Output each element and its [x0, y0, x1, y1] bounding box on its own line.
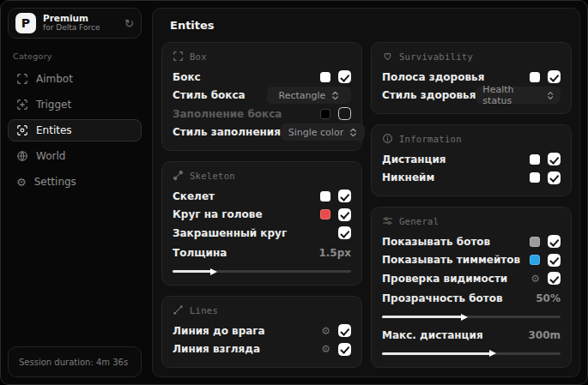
- checkbox-nickname[interactable]: [548, 171, 561, 184]
- color-swatch[interactable]: [530, 72, 540, 82]
- sidebar-item-entites[interactable]: Entites: [8, 119, 142, 141]
- card-lines: Lines Линия до врага ⚙ Линия взгляда ⚙: [161, 296, 362, 368]
- setting-row-box-style: Стиль бокса Rectangle: [173, 87, 351, 105]
- checkbox-box[interactable]: [338, 70, 351, 83]
- checkbox-view-line[interactable]: [338, 343, 351, 356]
- slider-thumb[interactable]: [210, 268, 217, 275]
- sliders-icon: [382, 215, 393, 226]
- session-duration: Session duration: 4m 36s: [8, 346, 142, 377]
- setting-row-visibility-check: Проверка видимости ⚙: [382, 269, 561, 288]
- card-title: Skeleton: [190, 171, 235, 181]
- setting-row-box: Бокс: [173, 68, 351, 87]
- color-swatch[interactable]: [530, 237, 540, 247]
- setting-row-filled-circle: Закрашенный круг: [173, 224, 351, 243]
- app-window: P Premium for Delta Force ↻ Category Aim…: [0, 0, 588, 385]
- box-corners-icon: [173, 51, 184, 62]
- checkbox-filled-circle[interactable]: [338, 226, 351, 239]
- sidebar-item-label: Aimbot: [36, 73, 73, 85]
- checkbox-show-teammates[interactable]: [548, 254, 561, 267]
- card-survivability: Survivability Полоса здоровья Стиль здор…: [371, 42, 572, 114]
- unfold-icon: [331, 91, 339, 100]
- color-swatch[interactable]: [320, 72, 330, 82]
- sidebar-item-label: Entites: [36, 124, 72, 136]
- color-swatch[interactable]: [320, 209, 330, 220]
- unfold-icon: [349, 128, 357, 137]
- card-title: General: [399, 216, 439, 226]
- line-icon: [173, 304, 184, 316]
- row-settings-gear-icon[interactable]: ⚙: [321, 326, 330, 336]
- slider-track[interactable]: [382, 352, 561, 355]
- checkbox-head-circle[interactable]: [338, 208, 351, 221]
- setting-row-view-line: Линия взгляда ⚙: [173, 340, 351, 359]
- slider-thickness: Толщина 1.5px: [173, 244, 351, 274]
- color-swatch[interactable]: [320, 109, 330, 119]
- row-settings-gear-icon[interactable]: ⚙: [530, 274, 540, 284]
- slider-thumb[interactable]: [489, 350, 496, 357]
- checkbox-distance[interactable]: [548, 153, 561, 165]
- row-settings-gear-icon[interactable]: ⚙: [321, 344, 330, 354]
- checkbox-box-fill[interactable]: [338, 107, 351, 120]
- gear-icon: ⚙: [16, 177, 27, 188]
- left-column: Box Бокс Стиль бокса Rectangle: [161, 42, 362, 368]
- sidebar-item-trigget[interactable]: Trigget: [8, 93, 142, 116]
- sidebar-item-aimbot[interactable]: Aimbot: [8, 68, 142, 90]
- slider-thumb[interactable]: [461, 314, 468, 321]
- slider-track[interactable]: [382, 316, 561, 318]
- unfold-icon: [547, 91, 554, 100]
- slider-bot-opacity: Прозрачность ботов 50%: [382, 290, 561, 319]
- main-panel: Entites Box Бокс: [152, 8, 580, 377]
- trigger-crosshair-icon: [16, 99, 28, 111]
- sidebar-item-label: World: [36, 150, 65, 162]
- checkbox-show-bots[interactable]: [548, 235, 561, 248]
- setting-row-nickname: Никнейм: [382, 169, 561, 188]
- setting-row-show-bots: Показывать ботов: [382, 232, 561, 251]
- color-swatch[interactable]: [530, 154, 540, 165]
- setting-row-box-fill: Заполнение бокса: [173, 105, 351, 123]
- sidebar-nav: Aimbot Trigget Entites World ⚙ Settings: [8, 68, 142, 193]
- setting-row-health-style: Стиль здоровья Health status: [382, 87, 561, 105]
- heart-icon: [382, 51, 393, 62]
- sidebar-item-settings[interactable]: ⚙ Settings: [8, 171, 142, 193]
- card-title: Box: [190, 51, 207, 62]
- right-column: Survivability Полоса здоровья Стиль здор…: [371, 42, 572, 368]
- card-box: Box Бокс Стиль бокса Rectangle: [161, 42, 362, 151]
- setting-row-head-circle: Круг на голове: [173, 206, 351, 225]
- slider-value: 300m: [528, 329, 561, 341]
- card-title: Information: [399, 134, 462, 144]
- dropdown-health-style[interactable]: Health status: [476, 87, 561, 104]
- checkbox-health-bar[interactable]: [548, 70, 561, 83]
- slider-value: 50%: [536, 292, 561, 304]
- setting-row-skeleton: Скелет: [173, 187, 351, 206]
- color-swatch[interactable]: [530, 255, 540, 265]
- sidebar-item-label: Settings: [34, 176, 76, 188]
- dropdown-fill-style[interactable]: Single color: [281, 123, 365, 141]
- brand-logo: P: [15, 13, 36, 33]
- slider-track[interactable]: [173, 270, 351, 273]
- color-swatch[interactable]: [320, 191, 330, 202]
- brand-subtitle: for Delta Force: [43, 24, 118, 33]
- entity-scan-icon: [16, 124, 28, 136]
- card-skeleton: Skeleton Скелет Круг на голове: [161, 161, 362, 286]
- checkbox-line-to-enemy[interactable]: [338, 324, 351, 337]
- slider-max-distance: Макс. дистанция 300m: [382, 326, 561, 355]
- sidebar: P Premium for Delta Force ↻ Category Aim…: [1, 1, 149, 384]
- bone-icon: [173, 170, 184, 181]
- checkbox-visibility-check[interactable]: [548, 272, 561, 285]
- setting-row-distance: Дистанция: [382, 150, 561, 169]
- sidebar-item-world[interactable]: World: [8, 145, 142, 167]
- brand-card: P Premium for Delta Force ↻: [8, 8, 142, 39]
- sync-icon[interactable]: ↻: [124, 18, 134, 29]
- globe-icon: [16, 150, 28, 162]
- setting-row-line-to-enemy: Линия до врага ⚙: [173, 322, 351, 340]
- setting-row-fill-style: Стиль заполнения Single color: [173, 123, 351, 142]
- card-general: General Показывать ботов Показывать тимм…: [371, 207, 572, 368]
- dropdown-box-style[interactable]: Rectangle: [267, 87, 351, 104]
- setting-row-show-teammates: Показывать тиммейтов: [382, 251, 561, 270]
- sidebar-item-label: Trigget: [36, 99, 71, 111]
- color-swatch[interactable]: [530, 172, 540, 183]
- card-title: Lines: [190, 305, 218, 316]
- card-information: Information Дистанция Никнейм: [371, 124, 572, 196]
- crosshair-brackets-icon: [16, 73, 28, 85]
- checkbox-skeleton[interactable]: [338, 189, 351, 202]
- category-label: Category: [13, 51, 136, 61]
